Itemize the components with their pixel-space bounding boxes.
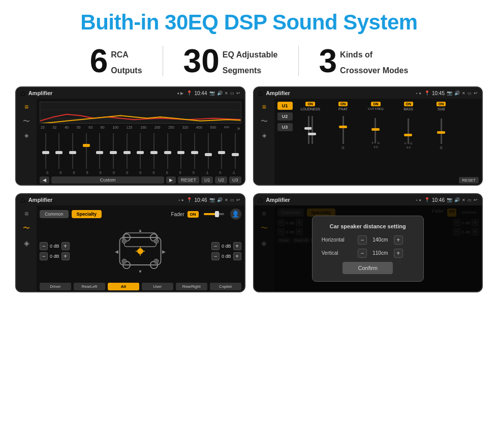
eq-u3-button[interactable]: U3 (229, 176, 241, 184)
pin-icon-4: 📍 (424, 197, 430, 202)
horizontal-minus-button[interactable]: − (358, 235, 367, 245)
fader-vol-rr: − 0 dB + (211, 252, 241, 260)
fader-bottom-bar: Driver RearLeft All User RearRight Copil… (40, 283, 241, 290)
vertical-minus-button[interactable]: − (358, 249, 367, 258)
amp-u1-button[interactable]: U1 (277, 102, 293, 110)
screen-dialog: ⌂ Amplifier ▪ ● 📍 10:46 📷 🔊 ✕ ▭ ↩ ≡ 〜 ◈ (253, 193, 483, 292)
screen1-eq-main: 25 32 40 50 63 80 100 125 160 200 250 32… (37, 99, 244, 186)
fader-rearright-btn[interactable]: RearRight (176, 283, 207, 290)
eq-slider-2[interactable] (53, 133, 66, 169)
eq-slider-4[interactable] (80, 133, 92, 169)
dialog-vertical-stepper: − 110cm + (358, 249, 403, 258)
fader-fr-plus[interactable]: + (233, 242, 241, 250)
eq-u1-button[interactable]: U1 (201, 176, 213, 184)
home-icon-3[interactable]: ⌂ (20, 195, 25, 204)
vertical-plus-button[interactable]: + (394, 249, 403, 258)
eq-reset-button[interactable]: RESET (178, 176, 199, 184)
eq-slider-7[interactable] (121, 133, 133, 169)
dialog-horizontal-row: Horizontal − 140cm + (322, 235, 414, 245)
amp-u2-button[interactable]: U2 (277, 112, 293, 121)
eq-slider-15[interactable] (229, 133, 241, 169)
fader-fl-minus[interactable]: − (40, 242, 48, 250)
screen3-fader-main: Common Specialty Fader ON (37, 205, 244, 292)
stat-crossover-label2: Crossover Modes (340, 61, 408, 76)
eq-slider-8[interactable] (134, 133, 146, 169)
eq-slider-10[interactable] (162, 133, 174, 169)
fader-copilot-btn[interactable]: Copilot (210, 283, 241, 290)
home-icon[interactable]: ⌂ (20, 88, 25, 98)
cam-icon-2: 📷 (447, 91, 452, 96)
amp-sub-on[interactable]: ON (437, 102, 446, 106)
screen4-status-icons: 📍 10:46 📷 🔊 ✕ ▭ ↩ (424, 197, 478, 203)
rect-icon-4: ▭ (468, 198, 472, 202)
amp-phat-on[interactable]: ON (338, 102, 348, 106)
expand-icon[interactable]: » (237, 126, 240, 131)
stat-eq: 30 EQ Adjustable Segments (163, 45, 298, 77)
screen3-content: ≡ 〜 ◈ Common Specialty Fader ON (16, 205, 244, 292)
fader-driver-btn[interactable]: Driver (40, 283, 71, 290)
eq-slider-1[interactable] (40, 133, 52, 169)
back-icon[interactable]: ↩ (236, 91, 240, 96)
amp-loudness-on[interactable]: ON (305, 102, 315, 106)
eq-slider-13[interactable] (202, 133, 214, 169)
eq-prev-button[interactable]: ◀ (40, 176, 49, 184)
amp-bass-on[interactable]: ON (404, 102, 414, 106)
sidebar-wave-icon-3[interactable]: 〜 (23, 224, 30, 233)
fader-common-tab[interactable]: Common (40, 210, 69, 218)
home-icon-4[interactable]: ⌂ (258, 195, 263, 204)
fader-fr-minus[interactable]: − (211, 242, 220, 250)
sidebar-eq-icon[interactable]: ≡ (24, 103, 28, 111)
sidebar-eq-icon-3[interactable]: ≡ (24, 210, 28, 218)
screen1-time: 10:44 (194, 91, 207, 96)
horizontal-plus-button[interactable]: + (394, 235, 403, 245)
eq-slider-3[interactable] (67, 133, 79, 169)
home-icon-2[interactable]: ⌂ (258, 88, 263, 98)
eq-slider-12[interactable] (189, 133, 201, 169)
sidebar-vol-icon[interactable]: ◈ (24, 132, 28, 139)
fader-car-area: − 0 dB + − 0 dB + (40, 222, 241, 280)
sidebar-wave-icon[interactable]: 〜 (23, 117, 30, 126)
fader-rr-minus[interactable]: − (211, 252, 220, 260)
back-icon-4[interactable]: ↩ (474, 197, 478, 202)
eq-u2-button[interactable]: U2 (215, 176, 227, 184)
fader-rearleft-btn[interactable]: RearLeft (74, 283, 105, 290)
screen2-app-title: Amplifier (266, 90, 413, 96)
screen1-app-title: Amplifier (28, 90, 174, 96)
fader-rl-plus[interactable]: + (61, 252, 70, 260)
speaker-distance-dialog: Car speaker distance setting Horizontal … (254, 205, 482, 291)
back-icon-2[interactable]: ↩ (474, 91, 478, 96)
screen2-status-icons: 📍 10:45 📷 🔊 ✕ ▭ ↩ (424, 91, 478, 96)
fader-fl-plus[interactable]: + (61, 242, 70, 250)
pin-icon-3: 📍 (186, 197, 192, 202)
fader-user-btn[interactable]: User (142, 283, 173, 290)
fader-on-badge[interactable]: ON (188, 211, 199, 218)
amp-u3-button[interactable]: U3 (277, 123, 293, 131)
eq-slider-11[interactable] (175, 133, 187, 169)
eq-slider-9[interactable] (148, 133, 160, 169)
amp-reset-button[interactable]: RESET (459, 177, 479, 184)
fader-rr-value: 0 dB (222, 254, 231, 259)
profile-icon[interactable]: 👤 (232, 211, 239, 218)
fader-rl-minus[interactable]: − (40, 252, 48, 260)
screen1-status-icons: 📍 10:44 📷 🔊 ✕ ▭ ↩ (186, 91, 240, 96)
sidebar-vol-icon-2[interactable]: ◈ (262, 132, 266, 139)
eq-next-button[interactable]: ▶ (166, 176, 176, 184)
fader-specialty-tab[interactable]: Specialty (72, 210, 102, 218)
fader-rr-plus[interactable]: + (233, 252, 241, 260)
eq-slider-6[interactable] (107, 133, 119, 169)
eq-slider-14[interactable] (215, 133, 228, 169)
eq-slider-5[interactable] (94, 133, 106, 169)
confirm-button[interactable]: Confirm (343, 262, 393, 274)
amp-loudness: ON LOUDNESS (295, 102, 326, 184)
eq-preset-label: Custom (51, 176, 164, 184)
eq-values-row: 0 0 0 5 0 0 0 0 0 0 0 0 -1 0 -1 (40, 171, 241, 174)
sidebar-wave-icon-2[interactable]: 〜 (261, 117, 268, 126)
back-icon-3[interactable]: ↩ (236, 197, 240, 202)
stat-rca-label2: Outputs (111, 61, 142, 76)
vertical-value: 110cm (369, 250, 392, 256)
fader-all-btn[interactable]: All (108, 283, 139, 290)
amp-controls: ON LOUDNESS (295, 102, 457, 184)
sidebar-vol-icon-3[interactable]: ◈ (24, 239, 29, 247)
amp-cutfreq-on[interactable]: ON (371, 102, 381, 106)
sidebar-eq-icon-2[interactable]: ≡ (262, 103, 266, 111)
